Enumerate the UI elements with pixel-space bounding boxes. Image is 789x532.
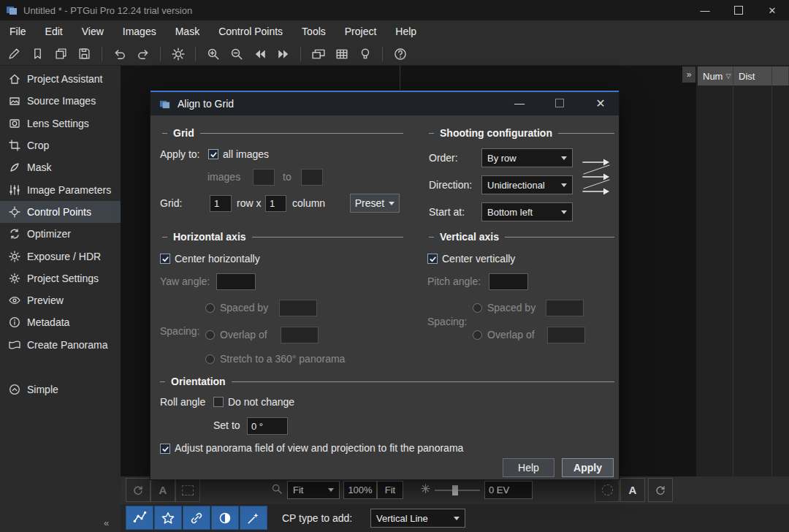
v-overlap-radio[interactable] <box>473 330 482 340</box>
menu-project[interactable]: Project <box>335 20 386 42</box>
sidebar-item-project-settings[interactable]: Project Settings <box>0 267 121 289</box>
menu-file[interactable]: File <box>0 20 36 42</box>
detail-table-icon[interactable] <box>332 45 351 64</box>
sidebar-item-create-panorama[interactable]: Create Panorama <box>0 334 121 356</box>
menu-view[interactable]: View <box>72 20 113 42</box>
ev-value-field[interactable]: 0 EV <box>484 481 533 499</box>
collapse-left-icon[interactable]: « <box>104 517 109 528</box>
crop-icon <box>9 140 20 151</box>
redo-icon[interactable] <box>133 45 153 64</box>
start-at-select[interactable]: Bottom left <box>481 202 573 221</box>
h-overlap-radio[interactable] <box>205 330 215 340</box>
ev-slider[interactable] <box>435 490 480 491</box>
zoom-mode-select[interactable]: Fit <box>287 481 340 499</box>
stretch-360-radio[interactable] <box>205 354 215 364</box>
panorama-editor-icon[interactable] <box>308 45 328 64</box>
undo-icon[interactable] <box>110 45 129 64</box>
grid-rows-input[interactable]: 1 <box>210 195 232 212</box>
link-tool-icon[interactable] <box>183 506 210 530</box>
zoom-percent-value[interactable]: 100% <box>343 481 377 499</box>
v-spaced-by-radio[interactable] <box>473 303 482 313</box>
h-overlap-input[interactable] <box>281 327 319 343</box>
menu-edit[interactable]: Edit <box>36 20 72 42</box>
sidebar-item-mask[interactable]: Mask <box>0 156 121 178</box>
sidebar-item-control-points[interactable]: Control Points <box>0 201 121 223</box>
ev-slider-handle[interactable] <box>452 485 458 495</box>
menu-help[interactable]: Help <box>386 20 426 42</box>
sidebar-item-optimizer[interactable]: Optimizer <box>0 223 121 245</box>
cp-tool-icon[interactable] <box>126 506 153 530</box>
center-vertically-checkbox[interactable] <box>427 254 438 264</box>
copy-icon[interactable] <box>51 45 71 64</box>
sidebar-item-source-images[interactable]: Source Images <box>0 90 121 112</box>
fit-button[interactable]: Fit <box>377 481 403 499</box>
auto-cp-button[interactable]: A <box>150 478 175 502</box>
menu-mask[interactable]: Mask <box>166 20 209 42</box>
wand-tool-icon[interactable] <box>240 506 267 530</box>
set-to-input[interactable]: 0 ° <box>247 417 288 435</box>
zoom-out-icon[interactable] <box>226 45 246 64</box>
refresh-icon[interactable] <box>126 478 150 502</box>
images-to-input[interactable] <box>301 169 323 186</box>
fast-forward-icon[interactable] <box>273 45 293 64</box>
do-not-change-checkbox[interactable] <box>213 397 224 407</box>
v-spaced-by-input[interactable] <box>546 300 584 316</box>
save-icon[interactable] <box>75 45 94 64</box>
cp-type-select[interactable]: Vertical Line <box>370 509 465 528</box>
menu-tools[interactable]: Tools <box>292 20 335 42</box>
sidebar-item-image-parameters[interactable]: Image Parameters <box>0 179 121 201</box>
marquee-icon[interactable] <box>175 478 200 502</box>
star-tool-icon[interactable] <box>154 506 182 530</box>
all-images-checkbox[interactable] <box>208 149 218 159</box>
h-spaced-by-input[interactable] <box>279 300 317 316</box>
panorama-icon <box>9 339 20 351</box>
dialog-maximize-button[interactable] <box>549 94 571 113</box>
yaw-angle-input[interactable] <box>216 273 256 290</box>
rewind-icon[interactable] <box>250 45 270 64</box>
pitch-angle-label: Pitch angle: <box>427 276 481 287</box>
optimizer-icon <box>9 228 20 240</box>
edit-icon[interactable] <box>4 45 24 64</box>
direction-select[interactable]: Unidirectional <box>481 175 573 194</box>
sidebar-item-crop[interactable]: Crop <box>0 134 121 156</box>
pitch-angle-input[interactable] <box>489 273 528 290</box>
order-select[interactable]: By row <box>481 148 573 167</box>
dialog-close-button[interactable]: ✕ <box>590 94 611 113</box>
zoom-in-icon[interactable] <box>203 45 223 64</box>
contrast-tool-icon[interactable] <box>211 506 239 530</box>
column-header-spacer <box>772 66 789 86</box>
sidebar: Project Assistant Source Images Lens Set… <box>0 66 121 532</box>
column-header-num[interactable]: Num ▽ <box>698 66 733 86</box>
center-horizontally-checkbox[interactable] <box>160 254 170 264</box>
v-overlap-input[interactable] <box>547 327 585 343</box>
menu-control-points[interactable]: Control Points <box>209 20 292 42</box>
sidebar-item-metadata[interactable]: Metadata <box>0 311 121 333</box>
grid-cols-input[interactable]: 1 <box>265 195 286 212</box>
menu-images[interactable]: Images <box>113 20 166 42</box>
sidebar-item-lens-settings[interactable]: Lens Settings <box>0 113 121 134</box>
bookmark-icon[interactable] <box>28 45 47 64</box>
sidebar-item-project-assistant[interactable]: Project Assistant <box>0 68 121 90</box>
apply-button[interactable]: Apply <box>562 458 614 477</box>
close-button[interactable]: ✕ <box>755 0 789 20</box>
maximize-button[interactable] <box>722 0 755 20</box>
dashed-circle-icon[interactable] <box>595 478 620 502</box>
sidebar-item-exposure-hdr[interactable]: Exposure / HDR <box>0 246 121 267</box>
sidebar-item-preview[interactable]: Preview <box>0 289 121 311</box>
minimize-button[interactable]: — <box>688 0 722 20</box>
preset-button[interactable]: Preset <box>350 194 400 213</box>
app-logo-icon <box>6 4 18 16</box>
auto-button[interactable]: A <box>620 478 645 502</box>
h-spaced-by-radio[interactable] <box>205 303 215 313</box>
adjust-fov-checkbox[interactable] <box>160 444 170 454</box>
help-button[interactable]: Help <box>503 458 554 477</box>
settings-gear-icon[interactable] <box>168 45 188 64</box>
expand-panel-icon[interactable]: » <box>682 66 695 83</box>
images-from-input[interactable] <box>253 169 275 186</box>
column-header-dist[interactable]: Dist <box>733 66 772 86</box>
sidebar-item-simple[interactable]: Simple <box>0 379 121 400</box>
lightbulb-icon[interactable] <box>355 45 375 64</box>
dialog-minimize-button[interactable]: — <box>508 94 530 113</box>
help-icon[interactable] <box>390 45 410 64</box>
rotate-icon[interactable] <box>648 478 673 502</box>
